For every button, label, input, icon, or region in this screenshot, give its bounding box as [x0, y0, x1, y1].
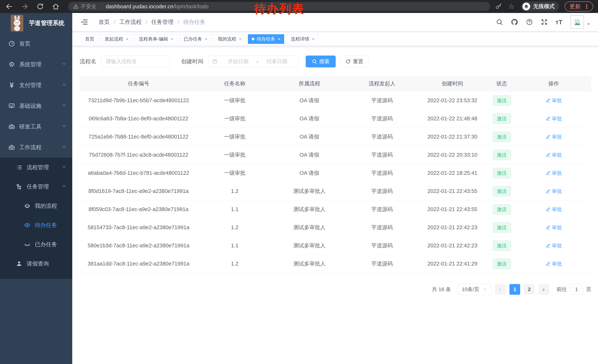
- tab-process-form-edit[interactable]: 流程表单-编辑 ×: [135, 34, 177, 44]
- task-initiator: 芋道源码: [347, 255, 417, 273]
- approve-link[interactable]: 审批: [546, 260, 562, 267]
- total-count: 共 16 条: [432, 286, 451, 293]
- sidebar-item-workflow[interactable]: 工作流程: [0, 137, 72, 158]
- search-icon[interactable]: [496, 18, 503, 25]
- chevron-down-icon: [61, 164, 67, 171]
- task-name: 1.1: [197, 200, 272, 218]
- table-row: a6aba0a4-7b6d-11ec-b781-acde48001122 一级审…: [80, 164, 591, 182]
- process-name-input[interactable]: [101, 56, 170, 67]
- github-icon[interactable]: [511, 18, 518, 26]
- reload-icon[interactable]: [36, 2, 44, 11]
- tab-close-icon[interactable]: ×: [171, 36, 173, 42]
- task-process: OA 请假: [272, 146, 347, 164]
- tab-todo-tasks[interactable]: 待办任务 ×: [248, 34, 284, 44]
- tab-close-icon[interactable]: ×: [126, 36, 128, 42]
- breadcrumb-home[interactable]: 首页: [99, 18, 110, 26]
- page-button-1[interactable]: 1: [509, 284, 520, 295]
- font-size-icon[interactable]: тT: [556, 18, 562, 26]
- sidebar-item-label: 系统管理: [19, 61, 42, 68]
- task-initiator: 芋道源码: [347, 200, 417, 218]
- browser-menu-icon[interactable]: ⋮: [584, 3, 590, 10]
- tab-close-icon[interactable]: ×: [205, 36, 207, 42]
- page-button-2[interactable]: 2: [524, 284, 535, 295]
- task-process: OA 请假: [272, 110, 347, 128]
- sidebar-item-process-management[interactable]: 流程管理: [0, 158, 72, 177]
- person-icon: [16, 260, 23, 267]
- approve-link[interactable]: 审批: [546, 133, 562, 140]
- next-page-button[interactable]: ›: [538, 284, 549, 295]
- task-initiator: 芋道源码: [347, 237, 417, 255]
- tags-view-bar: 首页 发起流程 × 流程表单-编辑 × 已办任务 × 我的流程 × 待办任务 ×: [72, 32, 598, 46]
- sidebar-item-devtools[interactable]: 研发工具: [0, 116, 72, 137]
- breadcrumb-task-management[interactable]: 任务管理: [151, 18, 174, 26]
- process-name-label: 流程名: [80, 58, 96, 65]
- approve-link[interactable]: 审批: [546, 224, 562, 231]
- approve-link[interactable]: 审批: [546, 152, 562, 158]
- search-button-label: 搜索: [319, 58, 330, 65]
- tab-my-process[interactable]: 我的流程 ×: [214, 34, 245, 44]
- approve-link[interactable]: 审批: [546, 97, 562, 104]
- sidebar-item-leave-query[interactable]: 请假查询: [0, 254, 72, 273]
- search-button[interactable]: 搜索: [306, 56, 336, 67]
- briefcase-icon: [8, 144, 15, 151]
- approve-label: 审批: [552, 152, 562, 158]
- task-initiator: 芋道源码: [347, 146, 417, 164]
- status-badge: 激活: [493, 241, 511, 251]
- update-button[interactable]: 更新 ⋮: [565, 1, 593, 11]
- bookmark-star-icon[interactable]: ☆: [508, 3, 515, 10]
- task-initiator: 芋道源码: [347, 218, 417, 236]
- sidebar-item-label: 流程管理: [27, 164, 49, 171]
- task-id: 580e1b3d-7ac8-11ec-a9e2-a2380e71991a: [80, 237, 197, 255]
- logo-row[interactable]: 芋道管理系统: [0, 13, 72, 33]
- column-header: 状态: [487, 76, 516, 91]
- tab-close-icon[interactable]: ×: [278, 36, 280, 42]
- date-range-picker[interactable]: 开始日期 - 结束日期: [208, 56, 298, 67]
- help-icon[interactable]: [526, 18, 533, 25]
- reset-button[interactable]: 重置: [340, 56, 369, 67]
- sidebar-item-done-tasks[interactable]: 已办任务: [0, 235, 72, 254]
- tab-home[interactable]: 首页: [81, 34, 98, 44]
- tab-close-icon[interactable]: ×: [312, 36, 314, 42]
- chevron-right-icon: ›: [543, 286, 544, 292]
- approve-link[interactable]: 审批: [546, 206, 562, 213]
- menu-fold-icon[interactable]: [80, 18, 88, 26]
- approve-link[interactable]: 审批: [546, 242, 562, 249]
- table-row: 8f059c03-7ac8-11ec-a9e2-a2380e71991a 1.1…: [80, 200, 591, 218]
- page-size-select[interactable]: 10条/页: [457, 284, 491, 295]
- table-row: 069c6a63-7b8a-11ec-8ef0-acde48001122 一级审…: [80, 110, 591, 128]
- sidebar-item-home[interactable]: 首页: [0, 33, 72, 54]
- approve-label: 审批: [552, 170, 562, 177]
- sidebar-item-my-process[interactable]: 我的流程: [0, 196, 72, 216]
- approve-link[interactable]: 审批: [546, 170, 562, 177]
- caret-down-icon[interactable]: [587, 22, 590, 27]
- approve-link[interactable]: 审批: [546, 115, 562, 122]
- prev-page-button[interactable]: ‹: [495, 284, 506, 295]
- password-key-icon[interactable]: [495, 3, 502, 10]
- annotation-text: 待办列表: [254, 1, 305, 17]
- forward-icon[interactable]: [20, 2, 29, 11]
- tab-start-process[interactable]: 发起流程 ×: [101, 34, 132, 44]
- back-icon[interactable]: [5, 2, 13, 11]
- start-date-placeholder: 开始日期: [221, 58, 256, 65]
- sidebar-item-label: 首页: [19, 40, 30, 48]
- sidebar-item-label: 已办任务: [35, 241, 57, 248]
- task-created: 2022-01-21 22:43:55: [417, 182, 487, 200]
- task-id: 8f0d1619-7ac8-11ec-a9e2-a2380e71991a: [80, 182, 197, 200]
- home-icon[interactable]: [51, 2, 60, 11]
- fullscreen-icon[interactable]: [541, 18, 548, 25]
- goto-page-input[interactable]: [570, 284, 583, 295]
- approve-link[interactable]: 审批: [546, 188, 562, 194]
- sidebar-item-todo-tasks[interactable]: 待办任务: [0, 216, 72, 235]
- table-row: 381aa1dd-7ac8-11ec-a9e2-a2380e71991a 1.2…: [80, 255, 591, 273]
- tab-process-detail[interactable]: 流程详情 ×: [287, 34, 318, 44]
- sidebar-item-payment[interactable]: ¥ 支付管理: [0, 75, 72, 96]
- avatar[interactable]: [571, 15, 584, 29]
- sidebar-item-infrastructure[interactable]: 基础设施: [0, 96, 72, 116]
- gear-icon: ⚙: [8, 61, 15, 68]
- tab-done-tasks[interactable]: 已办任务 ×: [180, 34, 211, 44]
- breadcrumb-workflow[interactable]: 工作流程: [119, 18, 141, 26]
- status-badge: 激活: [493, 150, 511, 160]
- sidebar-item-task-management[interactable]: 任务管理: [0, 177, 72, 196]
- tab-close-icon[interactable]: ×: [239, 36, 241, 42]
- sidebar-item-system[interactable]: ⚙ 系统管理: [0, 54, 72, 75]
